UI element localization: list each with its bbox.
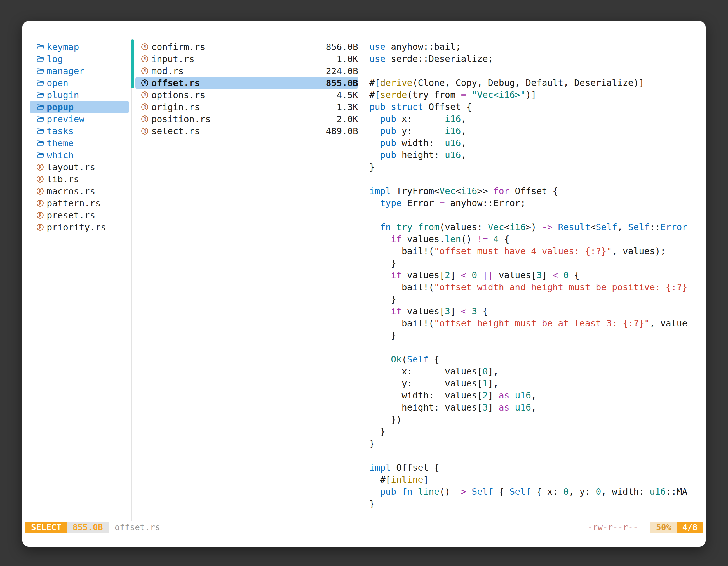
folder-open-icon: [36, 55, 47, 63]
file-name: options.rs: [151, 90, 205, 100]
sidebar-item-tasks[interactable]: tasks: [30, 125, 129, 137]
rust-file-icon: R: [141, 103, 151, 111]
folder-open-icon: [36, 127, 47, 135]
svg-text:R: R: [144, 117, 146, 122]
file-row-input-rs[interactable]: Rinput.rs1.0K: [135, 53, 358, 65]
sidebar-item-which[interactable]: which: [30, 149, 129, 161]
file-row-origin-rs[interactable]: Rorigin.rs1.3K: [135, 101, 358, 113]
code-line: bail!("offset height must be at least 3:…: [369, 317, 705, 329]
file-row-options-rs[interactable]: Roptions.rs4.5K: [135, 89, 358, 101]
code-line: if values[2] < 0 || values[3] < 0 {: [369, 269, 705, 281]
item-label: tasks: [47, 126, 74, 137]
code-line: }: [369, 257, 705, 269]
file-row-mod-rs[interactable]: Rmod.rs224.0B: [135, 65, 358, 77]
item-label: popup: [47, 102, 74, 112]
code-line: y: values[1],: [369, 377, 705, 389]
folder-open-icon: [36, 139, 47, 147]
code-line: if values.len() != 4 {: [369, 233, 705, 245]
folder-open-icon: [36, 43, 47, 51]
sidebar-item-plugin[interactable]: plugin: [30, 89, 129, 101]
file-size: 855.0B: [326, 78, 358, 88]
sidebar-item-keymap[interactable]: keymap: [30, 41, 129, 53]
sidebar-item-macros-rs[interactable]: Rmacros.rs: [30, 185, 129, 197]
rust-file-icon: R: [141, 127, 151, 135]
item-label: which: [47, 150, 74, 161]
item-label: plugin: [47, 90, 79, 100]
file-size: 1.3K: [337, 102, 358, 112]
item-label: manager: [47, 66, 84, 76]
sidebar-item-priority-rs[interactable]: Rpriority.rs: [30, 221, 129, 233]
status-bar: SELECT 855.0B offset.rs -rw-r--r-- 50% 4…: [25, 522, 703, 533]
code-line: if values[3] < 3 {: [369, 305, 705, 317]
file-size: 1.0K: [337, 54, 358, 64]
file-row-confirm-rs[interactable]: Rconfirm.rs856.0B: [135, 41, 358, 53]
pane-separator-right: [364, 39, 364, 521]
code-line: pub height: u16,: [369, 149, 705, 161]
item-label: theme: [47, 138, 74, 149]
sidebar-item-lib-rs[interactable]: Rlib.rs: [30, 173, 129, 185]
item-label: macros.rs: [47, 186, 95, 197]
sidebar-item-preset-rs[interactable]: Rpreset.rs: [30, 209, 129, 221]
rust-file-icon: R: [36, 211, 47, 219]
svg-text:R: R: [144, 57, 146, 62]
file-list-scrollbar[interactable]: [131, 39, 134, 88]
file-size: 2.0K: [337, 114, 358, 125]
code-line: pub y: i16,: [369, 125, 705, 137]
code-line: pub fn line() -> Self { Self { x: 0, y: …: [369, 486, 705, 498]
file-row-select-rs[interactable]: Rselect.rs489.0B: [135, 125, 358, 137]
svg-text:R: R: [144, 105, 146, 110]
file-permissions: -rw-r--r--: [588, 522, 638, 532]
code-line: #[derive(Clone, Copy, Debug, Default, De…: [369, 77, 705, 89]
code-line: use serde::Deserialize;: [369, 53, 705, 65]
code-line: [369, 450, 705, 462]
folder-open-icon: [36, 103, 47, 111]
sidebar-item-log[interactable]: log: [30, 53, 129, 65]
sidebar-item-popup[interactable]: popup: [30, 101, 129, 113]
code-line: }): [369, 414, 705, 426]
folder-open-icon: [36, 67, 47, 75]
file-size: 4.5K: [337, 90, 358, 100]
item-label: lib.rs: [47, 174, 79, 185]
file-size: 489.0B: [326, 126, 358, 137]
preview-pane: use anyhow::bail;use serde::Deserialize;…: [369, 41, 705, 510]
code-line: use anyhow::bail;: [369, 41, 705, 53]
code-line: }: [369, 426, 705, 438]
rust-file-icon: R: [36, 223, 47, 231]
parent-pane: keymaplogmanageropenpluginpopuppreviewta…: [30, 41, 129, 233]
item-label: log: [47, 54, 63, 64]
svg-text:R: R: [144, 81, 146, 86]
svg-text:R: R: [39, 189, 42, 194]
sidebar-item-theme[interactable]: theme: [30, 137, 129, 149]
code-line: bail!("offset width and height must be p…: [369, 281, 705, 293]
sidebar-item-pattern-rs[interactable]: Rpattern.rs: [30, 197, 129, 209]
item-label: priority.rs: [47, 222, 106, 233]
svg-text:R: R: [39, 225, 42, 230]
rust-file-icon: R: [141, 43, 151, 51]
code-line: x: values[0],: [369, 365, 705, 377]
file-name: input.rs: [151, 54, 194, 64]
folder-open-icon: [36, 91, 47, 99]
rust-file-icon: R: [36, 175, 47, 183]
sidebar-item-preview[interactable]: preview: [30, 113, 129, 125]
item-label: preset.rs: [47, 210, 95, 221]
rust-file-icon: R: [141, 115, 151, 123]
sidebar-item-manager[interactable]: manager: [30, 65, 129, 77]
hovered-file-name: offset.rs: [115, 522, 160, 532]
scroll-percent-badge: 50%: [650, 522, 677, 533]
file-row-position-rs[interactable]: Rposition.rs2.0K: [135, 113, 358, 125]
file-name: offset.rs: [151, 78, 200, 88]
svg-text:R: R: [39, 165, 42, 170]
file-row-offset-rs[interactable]: Roffset.rs855.0B: [135, 77, 358, 89]
rust-file-icon: R: [36, 187, 47, 195]
item-label: pattern.rs: [47, 198, 101, 209]
current-directory-pane: Rconfirm.rs856.0BRinput.rs1.0KRmod.rs224…: [131, 41, 364, 137]
code-line: fn try_from(values: Vec<i16>) -> Result<…: [369, 221, 705, 233]
file-name: origin.rs: [151, 102, 200, 112]
svg-text:R: R: [144, 93, 146, 98]
sidebar-item-open[interactable]: open: [30, 77, 129, 89]
item-label: open: [47, 78, 68, 88]
svg-text:R: R: [144, 44, 146, 50]
item-label: preview: [47, 114, 84, 125]
sidebar-item-layout-rs[interactable]: Rlayout.rs: [30, 161, 129, 173]
mode-badge: SELECT: [25, 522, 67, 533]
